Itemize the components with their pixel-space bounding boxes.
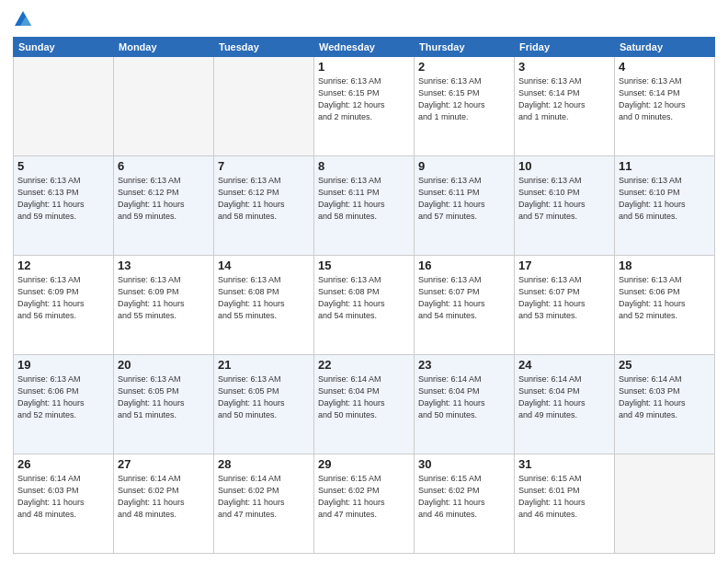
weekday-header-sunday: Sunday — [14, 38, 114, 57]
day-info: Sunrise: 6:13 AM Sunset: 6:06 PM Dayligh… — [17, 373, 109, 421]
calendar-cell: 8Sunrise: 6:13 AM Sunset: 6:11 PM Daylig… — [314, 156, 415, 256]
day-info: Sunrise: 6:13 AM Sunset: 6:05 PM Dayligh… — [218, 373, 310, 421]
calendar-cell: 23Sunrise: 6:14 AM Sunset: 6:04 PM Dayli… — [415, 355, 515, 454]
day-number: 3 — [518, 60, 610, 74]
day-info: Sunrise: 6:13 AM Sunset: 6:10 PM Dayligh… — [518, 175, 610, 223]
weekday-header-row: SundayMondayTuesdayWednesdayThursdayFrid… — [14, 38, 715, 57]
calendar-cell — [615, 454, 715, 554]
calendar-cell — [114, 57, 214, 156]
week-row-5: 26Sunrise: 6:14 AM Sunset: 6:03 PM Dayli… — [14, 454, 715, 554]
week-row-3: 12Sunrise: 6:13 AM Sunset: 6:09 PM Dayli… — [14, 256, 715, 355]
calendar-cell: 22Sunrise: 6:14 AM Sunset: 6:04 PM Dayli… — [314, 355, 415, 454]
day-number: 20 — [118, 358, 210, 372]
calendar-cell: 10Sunrise: 6:13 AM Sunset: 6:10 PM Dayli… — [515, 156, 615, 256]
day-number: 19 — [17, 358, 109, 372]
calendar-cell: 1Sunrise: 6:13 AM Sunset: 6:15 PM Daylig… — [314, 57, 415, 156]
day-number: 28 — [218, 457, 310, 471]
calendar-cell: 4Sunrise: 6:13 AM Sunset: 6:14 PM Daylig… — [615, 57, 715, 156]
day-info: Sunrise: 6:13 AM Sunset: 6:05 PM Dayligh… — [118, 373, 210, 421]
day-info: Sunrise: 6:13 AM Sunset: 6:10 PM Dayligh… — [619, 175, 711, 223]
day-info: Sunrise: 6:13 AM Sunset: 6:15 PM Dayligh… — [318, 75, 410, 123]
calendar-cell: 5Sunrise: 6:13 AM Sunset: 6:13 PM Daylig… — [14, 156, 114, 256]
day-info: Sunrise: 6:14 AM Sunset: 6:02 PM Dayligh… — [118, 473, 210, 521]
calendar-cell — [14, 57, 114, 156]
week-row-1: 1Sunrise: 6:13 AM Sunset: 6:15 PM Daylig… — [14, 57, 715, 156]
day-info: Sunrise: 6:13 AM Sunset: 6:08 PM Dayligh… — [318, 274, 410, 322]
day-number: 12 — [17, 259, 109, 272]
page: SundayMondayTuesdayWednesdayThursdayFrid… — [0, 0, 728, 563]
day-number: 13 — [118, 259, 210, 272]
weekday-header-wednesday: Wednesday — [314, 38, 415, 57]
logo — [13, 9, 35, 29]
day-info: Sunrise: 6:13 AM Sunset: 6:07 PM Dayligh… — [418, 274, 510, 322]
calendar-cell: 30Sunrise: 6:15 AM Sunset: 6:02 PM Dayli… — [415, 454, 515, 554]
weekday-header-saturday: Saturday — [615, 38, 715, 57]
day-info: Sunrise: 6:13 AM Sunset: 6:08 PM Dayligh… — [218, 274, 310, 322]
day-number: 16 — [418, 259, 510, 272]
day-info: Sunrise: 6:13 AM Sunset: 6:09 PM Dayligh… — [118, 274, 210, 322]
calendar-cell: 14Sunrise: 6:13 AM Sunset: 6:08 PM Dayli… — [214, 256, 314, 355]
calendar-cell: 12Sunrise: 6:13 AM Sunset: 6:09 PM Dayli… — [14, 256, 114, 355]
calendar-cell: 25Sunrise: 6:14 AM Sunset: 6:03 PM Dayli… — [615, 355, 715, 454]
calendar-cell: 29Sunrise: 6:15 AM Sunset: 6:02 PM Dayli… — [314, 454, 415, 554]
day-info: Sunrise: 6:13 AM Sunset: 6:07 PM Dayligh… — [518, 274, 610, 322]
day-number: 23 — [418, 358, 510, 372]
day-number: 18 — [619, 259, 711, 272]
day-info: Sunrise: 6:14 AM Sunset: 6:03 PM Dayligh… — [17, 473, 109, 521]
calendar-cell: 24Sunrise: 6:14 AM Sunset: 6:04 PM Dayli… — [515, 355, 615, 454]
day-number: 6 — [118, 159, 210, 173]
day-info: Sunrise: 6:13 AM Sunset: 6:12 PM Dayligh… — [218, 175, 310, 223]
day-number: 7 — [218, 159, 310, 173]
day-number: 21 — [218, 358, 310, 372]
day-number: 26 — [17, 457, 109, 471]
day-info: Sunrise: 6:13 AM Sunset: 6:11 PM Dayligh… — [418, 175, 510, 223]
day-info: Sunrise: 6:15 AM Sunset: 6:01 PM Dayligh… — [518, 473, 610, 521]
calendar-cell: 31Sunrise: 6:15 AM Sunset: 6:01 PM Dayli… — [515, 454, 615, 554]
day-number: 10 — [518, 159, 610, 173]
day-number: 8 — [318, 159, 410, 173]
day-number: 14 — [218, 259, 310, 272]
calendar-cell: 26Sunrise: 6:14 AM Sunset: 6:03 PM Dayli… — [14, 454, 114, 554]
calendar-cell: 11Sunrise: 6:13 AM Sunset: 6:10 PM Dayli… — [615, 156, 715, 256]
day-number: 4 — [619, 60, 711, 74]
calendar-cell: 13Sunrise: 6:13 AM Sunset: 6:09 PM Dayli… — [114, 256, 214, 355]
week-row-2: 5Sunrise: 6:13 AM Sunset: 6:13 PM Daylig… — [14, 156, 715, 256]
day-info: Sunrise: 6:13 AM Sunset: 6:14 PM Dayligh… — [518, 75, 610, 123]
calendar-cell: 18Sunrise: 6:13 AM Sunset: 6:06 PM Dayli… — [615, 256, 715, 355]
day-number: 2 — [418, 60, 510, 74]
calendar-table: SundayMondayTuesdayWednesdayThursdayFrid… — [13, 37, 715, 554]
calendar-cell: 15Sunrise: 6:13 AM Sunset: 6:08 PM Dayli… — [314, 256, 415, 355]
day-info: Sunrise: 6:13 AM Sunset: 6:14 PM Dayligh… — [619, 75, 711, 123]
calendar-cell: 3Sunrise: 6:13 AM Sunset: 6:14 PM Daylig… — [515, 57, 615, 156]
day-number: 30 — [418, 457, 510, 471]
calendar-cell: 19Sunrise: 6:13 AM Sunset: 6:06 PM Dayli… — [14, 355, 114, 454]
logo-icon — [13, 9, 33, 29]
day-number: 22 — [318, 358, 410, 372]
day-number: 25 — [619, 358, 711, 372]
day-info: Sunrise: 6:14 AM Sunset: 6:03 PM Dayligh… — [619, 373, 711, 421]
day-info: Sunrise: 6:14 AM Sunset: 6:04 PM Dayligh… — [418, 373, 510, 421]
calendar-cell: 28Sunrise: 6:14 AM Sunset: 6:02 PM Dayli… — [214, 454, 314, 554]
day-number: 31 — [518, 457, 610, 471]
day-info: Sunrise: 6:15 AM Sunset: 6:02 PM Dayligh… — [318, 473, 410, 521]
day-info: Sunrise: 6:13 AM Sunset: 6:12 PM Dayligh… — [118, 175, 210, 223]
day-info: Sunrise: 6:13 AM Sunset: 6:09 PM Dayligh… — [17, 274, 109, 322]
day-info: Sunrise: 6:13 AM Sunset: 6:13 PM Dayligh… — [17, 175, 109, 223]
week-row-4: 19Sunrise: 6:13 AM Sunset: 6:06 PM Dayli… — [14, 355, 715, 454]
day-info: Sunrise: 6:13 AM Sunset: 6:11 PM Dayligh… — [318, 175, 410, 223]
day-number: 9 — [418, 159, 510, 173]
calendar-cell — [214, 57, 314, 156]
weekday-header-friday: Friday — [515, 38, 615, 57]
day-info: Sunrise: 6:13 AM Sunset: 6:15 PM Dayligh… — [418, 75, 510, 123]
calendar-cell: 6Sunrise: 6:13 AM Sunset: 6:12 PM Daylig… — [114, 156, 214, 256]
day-info: Sunrise: 6:13 AM Sunset: 6:06 PM Dayligh… — [619, 274, 711, 322]
day-info: Sunrise: 6:14 AM Sunset: 6:04 PM Dayligh… — [318, 373, 410, 421]
day-number: 11 — [619, 159, 711, 173]
calendar-cell: 2Sunrise: 6:13 AM Sunset: 6:15 PM Daylig… — [415, 57, 515, 156]
calendar-cell: 16Sunrise: 6:13 AM Sunset: 6:07 PM Dayli… — [415, 256, 515, 355]
header — [13, 9, 715, 29]
calendar-cell: 17Sunrise: 6:13 AM Sunset: 6:07 PM Dayli… — [515, 256, 615, 355]
calendar-cell: 7Sunrise: 6:13 AM Sunset: 6:12 PM Daylig… — [214, 156, 314, 256]
day-number: 27 — [118, 457, 210, 471]
day-number: 15 — [318, 259, 410, 272]
